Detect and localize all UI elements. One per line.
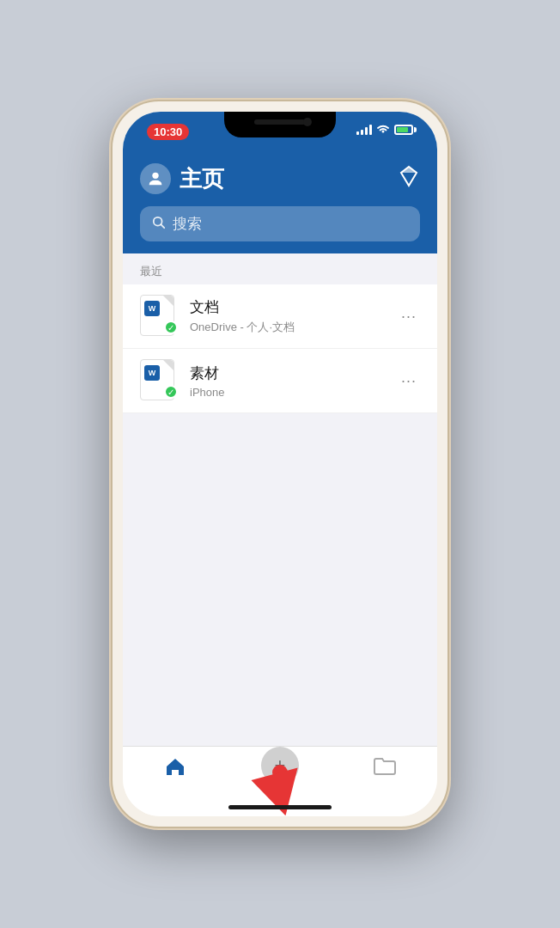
time-display: 10:30 bbox=[147, 124, 189, 140]
section-label-recent: 最近 bbox=[123, 253, 437, 284]
home-bar bbox=[228, 805, 332, 809]
svg-point-0 bbox=[152, 173, 158, 179]
file-name: 素材 bbox=[190, 363, 386, 383]
notch bbox=[224, 112, 336, 137]
file-icon-wrapper: W ✓ bbox=[140, 359, 178, 402]
tab-files[interactable] bbox=[332, 755, 437, 782]
tab-add[interactable]: + bbox=[228, 755, 332, 785]
tab-bar: + bbox=[123, 746, 437, 816]
app-header: 主页 bbox=[123, 155, 437, 206]
file-item: W ✓ 文档 OneDrive - 个人·文档 ··· bbox=[123, 284, 437, 349]
check-badge: ✓ bbox=[164, 385, 178, 399]
status-bar: 10:30 bbox=[123, 112, 437, 155]
file-name: 文档 bbox=[190, 297, 386, 317]
file-item: W ✓ 素材 iPhone ··· bbox=[123, 349, 437, 413]
user-avatar[interactable] bbox=[140, 163, 171, 194]
wifi-icon bbox=[376, 124, 390, 136]
diamond-icon[interactable] bbox=[398, 165, 420, 192]
tab-home[interactable] bbox=[123, 755, 228, 783]
svg-line-4 bbox=[161, 224, 164, 228]
page-title: 主页 bbox=[180, 164, 224, 194]
file-location: iPhone bbox=[190, 386, 386, 399]
file-location: OneDrive - 个人·文档 bbox=[190, 320, 386, 335]
file-info: 素材 iPhone bbox=[190, 363, 386, 399]
file-info: 文档 OneDrive - 个人·文档 bbox=[190, 297, 386, 335]
phone-frame: 10:30 bbox=[113, 101, 447, 827]
phone-screen: 10:30 bbox=[123, 112, 437, 816]
word-badge: W bbox=[144, 301, 160, 316]
check-badge: ✓ bbox=[164, 321, 178, 334]
search-placeholder: 搜索 bbox=[173, 214, 202, 234]
search-bar: 搜索 bbox=[123, 206, 437, 253]
search-icon bbox=[152, 216, 166, 233]
add-circle[interactable]: + bbox=[261, 747, 299, 785]
signal-icon bbox=[356, 125, 372, 135]
word-badge: W bbox=[144, 365, 160, 381]
file-icon-wrapper: W ✓ bbox=[140, 295, 178, 338]
content-area: 最近 W ✓ 文档 OneDrive - 个人·文档 ··· bbox=[123, 253, 437, 746]
battery-icon bbox=[394, 125, 417, 135]
speaker bbox=[254, 119, 306, 125]
file-list: W ✓ 文档 OneDrive - 个人·文档 ··· W bbox=[123, 284, 437, 413]
more-button[interactable]: ··· bbox=[398, 369, 420, 394]
status-icons bbox=[356, 124, 417, 136]
search-input-wrapper[interactable]: 搜索 bbox=[140, 206, 420, 241]
header-left: 主页 bbox=[140, 163, 224, 194]
svg-marker-2 bbox=[401, 167, 417, 173]
home-icon bbox=[164, 755, 186, 783]
more-button[interactable]: ··· bbox=[398, 304, 420, 329]
folder-icon bbox=[373, 755, 397, 782]
camera bbox=[303, 118, 312, 126]
